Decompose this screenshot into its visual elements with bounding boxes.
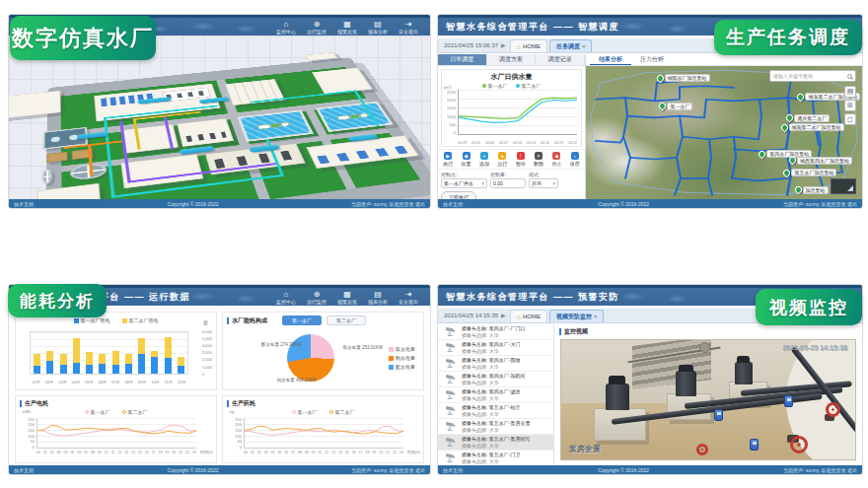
- toolbar-button-设置[interactable]: ◆设置: [457, 152, 474, 167]
- toolbar-button-执行[interactable]: ▶执行: [439, 152, 457, 167]
- x-tick: 22: [393, 451, 397, 454]
- map-tab-1[interactable]: 结果分析: [590, 54, 631, 65]
- pie-tab-1[interactable]: 第一水厂: [282, 315, 322, 325]
- nav-item-4[interactable]: ▤报表分析: [366, 290, 390, 305]
- tab-home[interactable]: ⌂ HOME: [510, 310, 547, 322]
- map-overview-widget[interactable]: [831, 178, 856, 194]
- footer-user[interactable]: 当前用户: sunny, 欢迎您登录 退出: [351, 201, 425, 207]
- y-tick: 100: [28, 434, 35, 439]
- map-marker[interactable]: 加压泵站: [795, 186, 829, 194]
- tab-task-dispatch[interactable]: 任务调度×: [549, 39, 593, 52]
- subtab-3[interactable]: 调度记录: [536, 54, 585, 65]
- tab-video-security[interactable]: 视频安防监控×: [549, 310, 605, 322]
- bar-group[interactable]: [46, 351, 53, 374]
- mode-select[interactable]: 开环▾: [529, 178, 558, 188]
- flow-meter: [714, 409, 723, 421]
- close-icon[interactable]: ×: [594, 314, 598, 319]
- collapse-arrow-icon[interactable]: ▶: [501, 41, 506, 48]
- nav-item-5[interactable]: ⇥安全退出: [397, 290, 420, 305]
- toolbar-button-暂停[interactable]: !暂停: [512, 152, 530, 167]
- map-tab-2[interactable]: 压力分析: [631, 54, 673, 65]
- footer-user[interactable]: 当前用户: sunny, 欢迎您登录 退出: [351, 467, 425, 473]
- camera-list-item-6[interactable]: 摄像头名称: 第五水厂-站厅摄像头品牌: 大华: [438, 403, 553, 419]
- legend-item: 制水电量: [389, 355, 415, 361]
- bar-group[interactable]: [99, 354, 106, 374]
- camera-icon: [445, 342, 458, 353]
- map-marker[interactable]: 博兴第二水厂: [786, 114, 830, 122]
- y-tick: 100: [235, 434, 242, 439]
- x-tick: 04-13: [527, 141, 536, 145]
- toolbar-button-运行[interactable]: ●运行: [493, 152, 511, 167]
- bar-group[interactable]: [138, 338, 145, 373]
- camera-list-item-3[interactable]: 摄像头名称: 第四水厂-围墙摄像头品牌: 大华: [438, 356, 553, 372]
- map-marker[interactable]: 第五水厂加压泵站: [783, 169, 836, 176]
- map-layers-button[interactable]: ▤: [844, 86, 856, 98]
- nav-item-4[interactable]: ▤报表分析: [366, 20, 390, 35]
- execute-button[interactable]: 立即执行: [441, 191, 476, 199]
- camera-list-item-8[interactable]: 摄像头名称: 第五水厂-泵房特写摄像头品牌: 大华: [438, 435, 553, 451]
- bar-group[interactable]: [60, 354, 67, 374]
- bar-group[interactable]: [125, 354, 132, 374]
- map-marker[interactable]: 城阳水厂加压泵站: [657, 74, 710, 82]
- x-tick: 08月: [125, 380, 133, 384]
- control-form: 控制点: 第一水厂供水▾ 控制量: 0.00 模式: 开环▾ 立即执行: [438, 170, 585, 199]
- toolbar-button-添加[interactable]: +添加: [475, 152, 493, 167]
- map-grid-button[interactable]: ⊞: [844, 100, 856, 111]
- camera-list-item-5[interactable]: 摄像头名称: 第四水厂-滤池摄像头品牌: 大华: [438, 387, 553, 403]
- subtab-2[interactable]: 调度方案: [487, 54, 537, 65]
- subtab-1[interactable]: 日常调度: [438, 54, 487, 65]
- nav-item-label: 安全退出: [398, 299, 418, 305]
- control-point-select[interactable]: 第一水厂供水▾: [441, 178, 487, 188]
- pie-tab-2[interactable]: 第二水厂: [326, 315, 366, 325]
- map-marker[interactable]: 城西第四水厂加压泵站: [789, 157, 852, 165]
- bar-group[interactable]: [151, 351, 158, 374]
- nav-item-3[interactable]: ▦报警总览: [335, 290, 359, 305]
- camera-list-item-4[interactable]: 摄像头名称: 第四水厂-加药间摄像头品牌: 大华: [438, 372, 553, 387]
- footer-bar: 技术支持: Copyright © 2016-2022 当前用户: sunny,…: [438, 465, 862, 474]
- camera-list-item-2[interactable]: 摄像头名称: 第四水厂-大门摄像头品牌: 大华: [438, 340, 553, 356]
- map-marker[interactable]: 城南第二水厂加压泵站: [781, 123, 844, 131]
- bar-group[interactable]: [112, 351, 119, 374]
- x-tick: 11: [319, 451, 323, 454]
- map-search-input[interactable]: 请输入关键字查询: [769, 70, 856, 82]
- badge-dispatch: 生产任务调度: [714, 20, 862, 55]
- x-tick: 12月: [178, 380, 185, 384]
- x-tick: 16: [352, 451, 356, 454]
- pump-pedestal: [594, 408, 647, 441]
- bar-group[interactable]: [165, 337, 172, 374]
- bar-group[interactable]: [34, 354, 40, 374]
- camera-list-item-9[interactable]: 摄像头名称: 第五水厂-门卫摄像头品牌: 大华: [438, 451, 553, 465]
- bar-group[interactable]: [86, 352, 93, 374]
- x-tick: 00: [244, 451, 248, 454]
- bar-group[interactable]: [178, 357, 184, 374]
- x-tick: 03月: [58, 380, 66, 384]
- y-tick: 0: [202, 372, 204, 377]
- control-value-input[interactable]: 0.00: [490, 178, 526, 188]
- map-fullscreen-button[interactable]: ◻: [844, 113, 856, 125]
- close-icon[interactable]: ×: [582, 43, 586, 49]
- footer-user[interactable]: 当前用户: sunny, 欢迎您登录 退出: [783, 467, 857, 473]
- nav-item-1[interactable]: ⌂监控中心: [274, 290, 298, 305]
- toolbar-button-删除[interactable]: ×删除: [530, 152, 547, 167]
- footer-bar: 技术支持: Copyright © 2016-2022 当前用户: sunny,…: [438, 199, 862, 208]
- x-tick: 17: [359, 451, 363, 454]
- pipe-network-map[interactable]: 请输入关键字查询 ▤ ⊞ ◻ 城阳水厂加压泵站第一水厂城东第二水厂加压泵站博兴第…: [586, 66, 862, 199]
- footer-user[interactable]: 当前用户: sunny, 欢迎您登录 退出: [783, 201, 857, 207]
- camera-list-item-7[interactable]: 摄像头名称: 第五水厂-泵房全景摄像头品牌: 大华: [438, 419, 553, 435]
- toolbar-button-停止[interactable]: ■停止: [547, 152, 565, 167]
- nav-item-5[interactable]: ⇥安全退出: [397, 20, 420, 35]
- nav-item-1[interactable]: ⌂监控中心: [274, 20, 298, 35]
- y-tick: 250: [28, 417, 35, 422]
- video-player[interactable]: 2021-05-25 14:15:38 泵房全景: [560, 339, 856, 460]
- nav-item-3[interactable]: ▦报警总览: [335, 20, 359, 35]
- y-tick: 5,000: [202, 336, 212, 341]
- nav-item-2[interactable]: ⊕运行监控: [305, 290, 328, 305]
- toolbar-button-保存[interactable]: ↓保存: [566, 152, 584, 167]
- camera-list-item-1[interactable]: 摄像头名称: 第四水厂-厂门口摄像头品牌: 大华: [438, 324, 553, 340]
- map-marker[interactable]: 第一水厂: [659, 103, 692, 110]
- bar-group[interactable]: [73, 338, 80, 373]
- collapse-arrow-icon[interactable]: ▶: [501, 312, 506, 318]
- tab-home[interactable]: ⌂ HOME: [510, 39, 547, 52]
- nav-item-2[interactable]: ⊕运行监控: [305, 20, 328, 35]
- map-analysis-tabs: 结果分析压力分析: [586, 54, 862, 66]
